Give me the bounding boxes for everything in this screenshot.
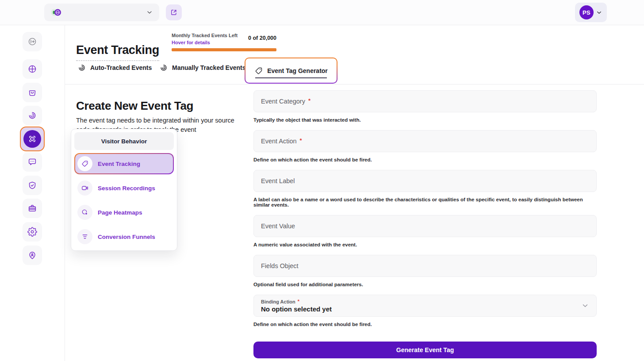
sidebar [0, 25, 65, 361]
field-helper: Typically the object that was interacted… [253, 117, 597, 123]
tab-label: Manually Tracked Events [172, 64, 246, 71]
user-menu[interactable]: PS [575, 3, 607, 22]
field-helper: Define on which action the event should … [253, 322, 597, 327]
menu-item-conversion-funnels[interactable]: Conversion Funnels [74, 226, 174, 247]
visitor-behavior-menu: Visitor Behavior Event Tracking Session … [71, 129, 177, 251]
field-event-action: Event Action * Define on which action th… [253, 130, 597, 162]
required-asterisk: * [300, 137, 302, 144]
tab-event-tag-generator[interactable]: Event Tag Generator [245, 58, 337, 84]
events-progress-bar [172, 48, 276, 51]
hover-for-details-link[interactable]: Hover for details [172, 40, 238, 45]
required-asterisk: * [308, 97, 310, 104]
support-location-icon [27, 250, 37, 260]
field-event-label: Event Label A label can also be a name o… [253, 170, 597, 207]
ecommerce-bag-icon [27, 88, 37, 97]
binding-action-select[interactable]: Binding Action * No option selected yet [253, 295, 597, 317]
tag-icon [254, 66, 263, 75]
settings-gear-icon [27, 227, 37, 237]
heatmap-icon [77, 205, 92, 220]
sidebar-item-ecommerce[interactable] [23, 83, 42, 102]
sidebar-item-dashboard[interactable] [23, 59, 42, 79]
chevron-down-icon [596, 9, 602, 16]
input-label: Event Label [261, 177, 295, 184]
video-camera-icon [77, 180, 92, 196]
external-link-icon [170, 8, 178, 16]
select-value: No option selected yet [261, 305, 332, 313]
input-label: Event Category [261, 98, 305, 105]
section-title: Create New Event Tag [76, 99, 193, 113]
open-website-button[interactable] [166, 4, 182, 20]
event-action-input[interactable]: Event Action * [253, 130, 597, 152]
field-helper: Optional field used for additional param… [253, 282, 597, 287]
tag-icon [77, 156, 92, 171]
website-favicon-icon [50, 8, 62, 17]
field-event-value: Event Value A numeric value associated w… [253, 215, 597, 247]
input-label: Event Value [261, 223, 295, 230]
field-helper: Define on which action the event should … [253, 157, 597, 162]
event-tracking-target-icon [23, 130, 41, 148]
sidebar-item-support[interactable] [23, 246, 42, 265]
input-label: Event Action [261, 138, 297, 145]
field-helper: A numeric value associated with the even… [253, 242, 597, 247]
radar-icon [77, 63, 86, 72]
feedback-chat-icon [27, 157, 37, 167]
field-binding-action: Binding Action * No option selected yet … [253, 295, 597, 327]
sidebar-item-company[interactable] [23, 199, 42, 218]
events-quota: Monthly Tracked Events Left Hover for de… [172, 33, 276, 51]
field-helper: A label can also be a name or a word use… [253, 197, 597, 207]
tab-auto-tracked-events[interactable]: Auto-Tracked Events [77, 63, 152, 72]
field-event-category: Event Category * Typically the object th… [253, 90, 597, 123]
website-selector[interactable] [44, 4, 159, 21]
visitors-radar-icon [27, 111, 37, 120]
field-fields-object: Fields Object Optional field used for ad… [253, 255, 597, 287]
collapse-sidebar-icon [27, 37, 37, 46]
events-progress-fill [172, 48, 276, 51]
sidebar-item-feedback[interactable] [23, 152, 42, 172]
company-briefcase-icon [27, 204, 37, 213]
menu-item-page-heatmaps[interactable]: Page Heatmaps [74, 202, 174, 223]
input-label: Fields Object [261, 262, 299, 269]
fields-object-input[interactable]: Fields Object [253, 255, 597, 277]
event-value-input[interactable]: Event Value [253, 215, 597, 237]
sidebar-item-collapse[interactable] [23, 32, 42, 51]
topbar: PS [0, 0, 644, 25]
menu-item-label: Page Heatmaps [98, 209, 142, 216]
tab-manually-tracked-events[interactable]: Manually Tracked Events [159, 63, 246, 72]
menu-item-label: Conversion Funnels [98, 234, 155, 240]
funnel-icon [77, 229, 92, 244]
select-label: Binding Action [261, 299, 295, 304]
page-title: Event Tracking [76, 43, 159, 61]
menu-item-event-tracking[interactable]: Event Tracking [74, 153, 174, 174]
event-tag-form: Event Category * Typically the object th… [253, 90, 597, 358]
sidebar-item-visitors[interactable] [23, 106, 42, 125]
tabs-divider [65, 84, 644, 84]
avatar: PS [579, 5, 594, 19]
radar-icon [159, 63, 168, 72]
generate-event-tag-button[interactable]: Generate Event Tag [253, 342, 597, 358]
menu-item-session-recordings[interactable]: Session Recordings [74, 177, 174, 199]
sidebar-item-settings[interactable] [23, 222, 42, 242]
event-category-input[interactable]: Event Category * [253, 90, 597, 112]
privacy-shield-icon [27, 180, 37, 190]
dashboard-pie-icon [27, 64, 37, 74]
chevron-down-icon [581, 302, 589, 310]
required-asterisk: * [298, 299, 299, 304]
active-tab-underline [255, 77, 327, 78]
events-count: 0 of 20,000 [248, 35, 276, 41]
chevron-down-icon [146, 9, 153, 16]
menu-item-label: Event Tracking [98, 161, 140, 167]
tab-label: Auto-Tracked Events [90, 64, 152, 71]
sidebar-item-event-tracking[interactable] [20, 127, 45, 151]
tab-label: Event Tag Generator [267, 67, 328, 74]
menu-header: Visitor Behavior [74, 132, 174, 150]
events-left-label: Monthly Tracked Events Left [172, 33, 238, 38]
sidebar-item-privacy[interactable] [23, 176, 42, 195]
event-label-input[interactable]: Event Label [253, 170, 597, 192]
menu-item-label: Session Recordings [98, 185, 155, 192]
